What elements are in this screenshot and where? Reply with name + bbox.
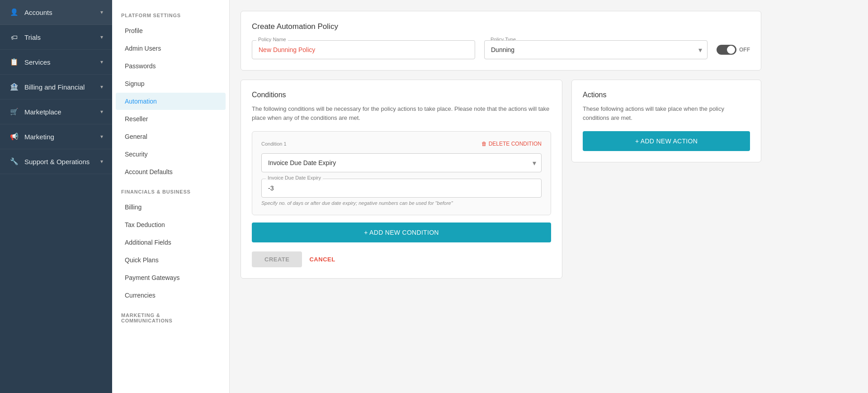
delete-icon: 🗑 <box>481 141 487 147</box>
support-icon: 🔧 <box>9 156 19 166</box>
chevron-down-icon: ▾ <box>100 9 103 15</box>
actions-description: These following actions will take place … <box>583 104 750 122</box>
form-actions: CREATE CANCEL <box>252 251 551 267</box>
nav-link-tax[interactable]: Tax Deduction <box>116 216 226 233</box>
nav-link-admin-users[interactable]: Admin Users <box>116 40 226 57</box>
sidebar-item-marketing[interactable]: 📢 Marketing ▾ <box>0 124 112 149</box>
sub-field-input[interactable] <box>261 179 542 198</box>
sidebar: 👤 Accounts ▾ 🏷 Trials ▾ 📋 Services ▾ 🏦 B… <box>0 0 112 393</box>
billing-icon: 🏦 <box>9 82 19 92</box>
marketing-title: MARKETING &COMMUNICATIONS <box>112 304 229 327</box>
sidebar-item-accounts[interactable]: 👤 Accounts ▾ <box>0 0 112 25</box>
nav-link-passwords[interactable]: Passwords <box>116 57 226 75</box>
chevron-down-icon: ▾ <box>100 109 103 115</box>
conditions-card: Conditions The following conditions will… <box>241 80 562 279</box>
chevron-down-icon: ▾ <box>100 59 103 65</box>
add-action-button[interactable]: + ADD NEW ACTION <box>583 131 750 151</box>
nav-link-additional-fields[interactable]: Additional Fields <box>116 234 226 251</box>
nav-link-billing-fin[interactable]: Billing <box>116 199 226 216</box>
toggle-knob <box>727 46 735 54</box>
nav-link-profile[interactable]: Profile <box>116 22 226 39</box>
policy-card-title: Create Automation Policy <box>252 22 750 31</box>
policy-toggle[interactable] <box>717 45 736 55</box>
financials-title: FINANCIALS & BUSINESS <box>112 181 229 198</box>
sidebar-label-support: Support & Operations <box>24 158 90 166</box>
policy-name-field: Policy Name <box>252 40 475 59</box>
actions-column: Actions These following actions will tak… <box>571 80 761 279</box>
conditions-title: Conditions <box>252 91 551 99</box>
condition-type-select[interactable]: Invoice Due Date Expiry Invoice Amount S… <box>261 153 542 172</box>
nav-link-automation[interactable]: Automation <box>116 93 226 110</box>
policy-card: Create Automation Policy Policy Name Pol… <box>241 11 761 71</box>
chevron-down-icon: ▾ <box>100 158 103 165</box>
sub-field: Invoice Due Date Expiry Specify no. of d… <box>261 179 542 206</box>
sidebar-label-services: Services <box>24 58 51 66</box>
nav-link-security[interactable]: Security <box>116 146 226 163</box>
policy-name-label: Policy Name <box>256 37 288 42</box>
sub-field-label: Invoice Due Date Expiry <box>266 175 323 180</box>
nav-link-payment-gateways[interactable]: Payment Gateways <box>116 269 226 286</box>
policy-type-select[interactable]: Dunning Renewal Trial <box>484 40 708 59</box>
policy-type-field: Policy Type Dunning Renewal Trial ▾ <box>484 40 708 59</box>
condition-box-1: Condition 1 🗑 DELETE CONDITION Invoice D… <box>252 131 551 215</box>
nav-link-account-defaults[interactable]: Account Defaults <box>116 163 226 180</box>
sidebar-item-services[interactable]: 📋 Services ▾ <box>0 50 112 75</box>
create-button[interactable]: CREATE <box>252 251 302 267</box>
sidebar-label-marketing: Marketing <box>24 133 54 141</box>
sub-field-hint: Specify no. of days or after due date ex… <box>261 200 542 206</box>
policy-toggle-wrap: OFF <box>717 40 750 55</box>
toggle-label: OFF <box>739 47 750 53</box>
conditions-column: Conditions The following conditions will… <box>241 80 562 279</box>
trials-icon: 🏷 <box>9 32 19 42</box>
chevron-down-icon: ▾ <box>100 34 103 40</box>
sidebar-label-marketplace: Marketplace <box>24 108 61 116</box>
cancel-button[interactable]: CANCEL <box>309 256 335 263</box>
sidebar-label-trials: Trials <box>24 33 41 41</box>
platform-settings-title: PLATFORM SETTINGS <box>112 5 229 22</box>
nav-panel: PLATFORM SETTINGS Profile Admin Users Pa… <box>112 0 230 393</box>
services-icon: 📋 <box>9 57 19 67</box>
sidebar-item-trials[interactable]: 🏷 Trials ▾ <box>0 25 112 50</box>
conditions-description: The following conditions will be necessa… <box>252 104 551 122</box>
marketplace-icon: 🛒 <box>9 107 19 117</box>
nav-link-signup[interactable]: Signup <box>116 75 226 92</box>
marketing-icon: 📢 <box>9 132 19 142</box>
chevron-down-icon: ▾ <box>100 84 103 90</box>
main-content: Create Automation Policy Policy Name Pol… <box>230 0 868 393</box>
actions-title: Actions <box>583 91 750 99</box>
sidebar-item-billing[interactable]: 🏦 Billing and Financial ▾ <box>0 75 112 99</box>
sidebar-item-marketplace[interactable]: 🛒 Marketplace ▾ <box>0 99 112 124</box>
policy-name-input[interactable] <box>252 40 475 59</box>
chevron-down-icon: ▾ <box>100 133 103 140</box>
sidebar-label-accounts: Accounts <box>24 9 52 16</box>
nav-link-quick-plans[interactable]: Quick Plans <box>116 251 226 269</box>
nav-link-reseller[interactable]: Reseller <box>116 110 226 128</box>
add-condition-button[interactable]: + ADD NEW CONDITION <box>252 223 551 242</box>
actions-card: Actions These following actions will tak… <box>571 80 761 162</box>
condition-label-1: Condition 1 <box>261 141 287 147</box>
delete-condition-button[interactable]: 🗑 DELETE CONDITION <box>481 141 542 147</box>
sidebar-label-billing: Billing and Financial <box>24 83 85 91</box>
nav-link-currencies[interactable]: Currencies <box>116 287 226 304</box>
sidebar-item-support[interactable]: 🔧 Support & Operations ▾ <box>0 149 112 174</box>
accounts-icon: 👤 <box>9 7 19 17</box>
nav-link-general[interactable]: General <box>116 128 226 145</box>
